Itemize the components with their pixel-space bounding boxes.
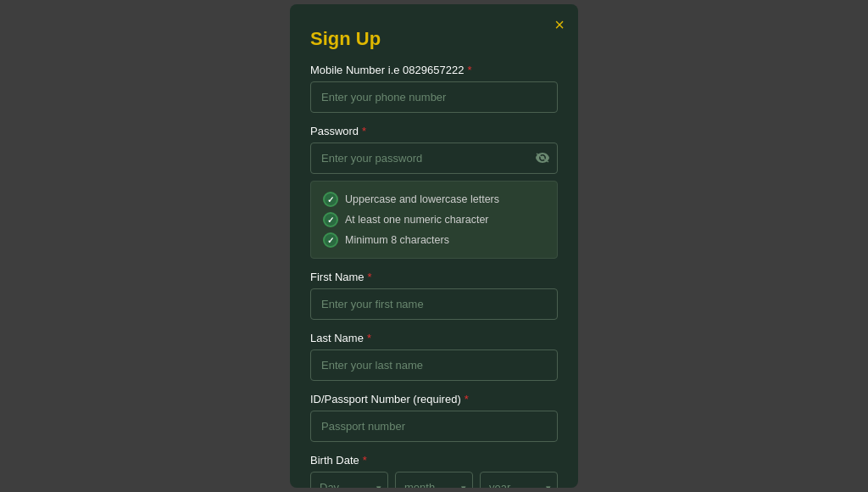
birth-date-row: Day ▾ month ▾ year ▾ <box>310 472 558 488</box>
hint-uppercase: Uppercase and lowercase letters <box>323 192 545 207</box>
required-star: * <box>362 125 366 137</box>
mobile-number-label: Mobile Number i.e 0829657222 * <box>310 64 558 76</box>
hint-numeric: At least one numeric character <box>323 212 545 227</box>
month-select[interactable]: month <box>395 472 473 488</box>
day-select[interactable]: Day <box>310 472 388 488</box>
last-name-field: Last Name * <box>310 332 558 381</box>
eye-icon[interactable] <box>536 152 549 165</box>
check-icon-uppercase <box>323 192 338 207</box>
first-name-input[interactable] <box>310 288 558 320</box>
first-name-field: First Name * <box>310 271 558 320</box>
mobile-number-input[interactable] <box>310 81 558 113</box>
year-select-wrapper: year ▾ <box>480 472 558 488</box>
year-select[interactable]: year <box>480 472 558 488</box>
password-hints: Uppercase and lowercase letters At least… <box>310 181 558 259</box>
check-icon-min-chars <box>323 232 338 248</box>
birth-date-label: Birth Date * <box>310 454 558 467</box>
birth-date-field: Birth Date * Day ▾ month ▾ <box>310 454 558 488</box>
password-input[interactable] <box>310 143 558 174</box>
last-name-input[interactable] <box>310 349 558 381</box>
required-star: * <box>465 393 469 405</box>
first-name-label: First Name * <box>310 271 558 283</box>
passport-label: ID/Passport Number (required) * <box>310 393 558 405</box>
day-select-wrapper: Day ▾ <box>310 472 388 488</box>
required-star: * <box>367 332 371 344</box>
hint-min-chars: Minimum 8 characters <box>323 232 545 248</box>
mobile-number-field: Mobile Number i.e 0829657222 * <box>310 64 558 113</box>
close-button[interactable]: × <box>554 16 565 33</box>
month-select-wrapper: month ▾ <box>395 472 473 488</box>
password-label: Password * <box>310 125 558 137</box>
required-star: * <box>363 454 367 467</box>
required-star: * <box>368 271 372 283</box>
signup-modal: × Sign Up Mobile Number i.e 0829657222 *… <box>290 4 578 488</box>
required-star: * <box>467 64 471 76</box>
password-input-wrapper <box>310 143 558 174</box>
check-icon-numeric <box>323 212 338 227</box>
passport-input[interactable] <box>310 411 558 442</box>
password-field: Password * Uppercase and lowercase lette… <box>310 125 558 259</box>
last-name-label: Last Name * <box>310 332 558 344</box>
modal-title: Sign Up <box>310 28 558 50</box>
passport-field: ID/Passport Number (required) * <box>310 393 558 442</box>
